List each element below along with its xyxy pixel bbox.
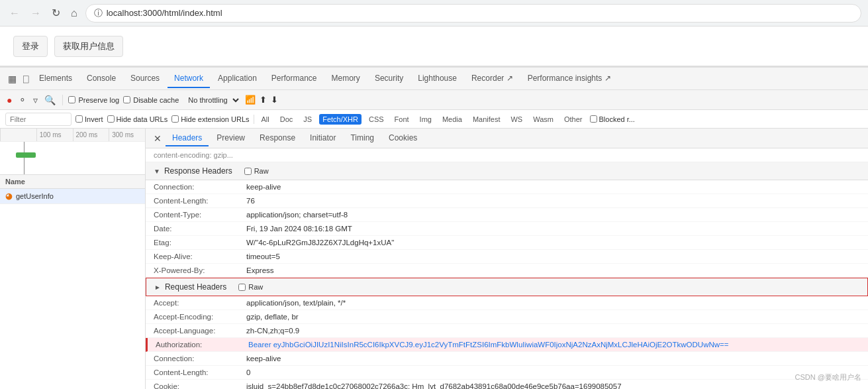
get-user-info-button[interactable]: 获取用户信息 bbox=[54, 36, 123, 57]
type-js[interactable]: JS bbox=[300, 114, 315, 125]
type-all[interactable]: All bbox=[258, 114, 273, 125]
request-item-getuserinfo[interactable]: ◕ getUserInfo bbox=[0, 189, 145, 204]
response-headers-section[interactable]: ▼ Response Headers Raw bbox=[146, 162, 868, 180]
browser-bar: ← → ↻ ⌂ ⓘ localhost:3000/html/index.html bbox=[0, 0, 868, 27]
close-detail-button[interactable]: ✕ bbox=[151, 131, 164, 146]
header-name-authorization-req: Authorization: bbox=[156, 341, 248, 349]
header-value-date-res: Fri, 19 Jan 2024 08:16:18 GMT bbox=[246, 225, 860, 233]
devtools-icon-device[interactable]: ⎕ bbox=[21, 71, 31, 87]
type-media[interactable]: Media bbox=[439, 114, 465, 125]
devtools-panel: ▦ ⎕ Elements Console Sources Network App… bbox=[0, 66, 868, 389]
upload-icon: ⬆ bbox=[260, 95, 267, 105]
filter-input[interactable] bbox=[5, 113, 72, 126]
devtools-icon-inspect[interactable]: ▦ bbox=[5, 71, 19, 87]
type-fetch-xhr[interactable]: Fetch/XHR bbox=[319, 114, 362, 125]
detail-tab-headers[interactable]: Headers bbox=[166, 131, 209, 146]
header-value-content-length-res: 76 bbox=[246, 197, 860, 205]
header-row-content-type-res: Content-Type: application/json; charset=… bbox=[146, 208, 868, 222]
detail-tab-cookies[interactable]: Cookies bbox=[382, 131, 424, 146]
search-button[interactable]: 🔍 bbox=[43, 93, 57, 107]
request-raw-label: Raw bbox=[248, 283, 263, 291]
tab-console[interactable]: Console bbox=[80, 70, 122, 88]
header-row-content-length-req: Content-Length: 0 bbox=[146, 366, 868, 380]
tab-lighthouse[interactable]: Lighthouse bbox=[411, 70, 463, 88]
hide-data-urls-input[interactable] bbox=[107, 115, 115, 123]
hide-extension-urls-input[interactable] bbox=[171, 115, 179, 123]
tab-performance[interactable]: Performance bbox=[265, 70, 324, 88]
detail-tab-preview[interactable]: Preview bbox=[210, 131, 252, 146]
network-toolbar: ● ⚬ ▿ 🔍 Preserve log Disable cache No th… bbox=[0, 90, 868, 110]
ruler-mark-1: 100 ms bbox=[36, 129, 73, 141]
header-name-content-length-req: Content-Length: bbox=[154, 368, 246, 376]
timeline-cursor bbox=[24, 142, 24, 175]
blocked-checkbox[interactable]: Blocked r... bbox=[590, 115, 635, 123]
invert-input[interactable] bbox=[75, 115, 83, 123]
header-name-connection-res: Connection: bbox=[154, 183, 246, 191]
request-raw-checkbox[interactable]: Raw bbox=[238, 283, 263, 291]
tab-perf-insights[interactable]: Performance insights ↗ bbox=[521, 70, 618, 88]
type-font[interactable]: Font bbox=[391, 114, 412, 125]
hide-data-urls-checkbox[interactable]: Hide data URLs bbox=[107, 115, 168, 123]
header-value-content-length-req: 0 bbox=[246, 368, 860, 376]
address-bar[interactable]: ⓘ localhost:3000/html/index.html bbox=[85, 4, 861, 23]
preserve-log-input[interactable] bbox=[68, 96, 75, 103]
throttle-select[interactable]: No throttling bbox=[183, 94, 241, 106]
header-name-accept-language-req: Accept-Language: bbox=[154, 327, 246, 335]
response-headers-toggle: ▼ bbox=[154, 168, 160, 175]
clear-button[interactable]: ⚬ bbox=[17, 93, 28, 107]
detail-tab-bar: ✕ Headers Preview Response Initiator Tim… bbox=[146, 129, 868, 148]
continuation-text: content-encoding: gzip... bbox=[146, 148, 868, 162]
tab-recorder[interactable]: Recorder ↗ bbox=[465, 70, 520, 88]
request-headers-toggle: ► bbox=[154, 284, 161, 291]
detail-tab-initiator[interactable]: Initiator bbox=[303, 131, 342, 146]
ruler-mark-0 bbox=[0, 129, 36, 141]
devtools-tab-bar: ▦ ⎕ Elements Console Sources Network App… bbox=[0, 68, 868, 90]
separator-1 bbox=[62, 95, 63, 105]
disable-cache-checkbox[interactable]: Disable cache bbox=[123, 96, 179, 104]
forward-button[interactable]: → bbox=[28, 6, 44, 21]
watermark: CSDN @要啥用户名 bbox=[795, 372, 861, 382]
type-ws[interactable]: WS bbox=[507, 114, 526, 125]
preserve-log-checkbox[interactable]: Preserve log bbox=[68, 96, 119, 104]
request-headers-section[interactable]: ► Request Headers Raw bbox=[146, 278, 868, 296]
header-name-etag-res: Etag: bbox=[154, 239, 246, 247]
request-raw-input[interactable] bbox=[238, 284, 246, 291]
main-area: 100 ms 200 ms 300 ms Name ◕ getUserInfo bbox=[0, 129, 868, 389]
header-value-etag-res: W/"4c-6pLuR2GmJ8J2Z6X7JLdgHq+1xUA" bbox=[246, 239, 860, 247]
tab-security[interactable]: Security bbox=[368, 70, 410, 88]
tab-sources[interactable]: Sources bbox=[124, 70, 166, 88]
hide-extension-urls-checkbox[interactable]: Hide extension URLs bbox=[171, 115, 249, 123]
blocked-input[interactable] bbox=[590, 115, 597, 123]
header-name-xpoweredby-res: X-Powered-By: bbox=[154, 266, 246, 274]
disable-cache-input[interactable] bbox=[123, 96, 130, 103]
type-other[interactable]: Other bbox=[561, 114, 586, 125]
disable-cache-label: Disable cache bbox=[133, 96, 179, 104]
tab-network[interactable]: Network bbox=[168, 70, 210, 88]
request-list: 100 ms 200 ms 300 ms Name ◕ getUserInfo bbox=[0, 129, 146, 389]
tab-memory[interactable]: Memory bbox=[325, 70, 367, 88]
record-button[interactable]: ● bbox=[5, 93, 13, 107]
download-icon: ⬇ bbox=[271, 95, 278, 105]
type-wasm[interactable]: Wasm bbox=[530, 114, 557, 125]
type-css[interactable]: CSS bbox=[365, 114, 387, 125]
home-button[interactable]: ⌂ bbox=[68, 6, 80, 21]
response-raw-checkbox[interactable]: Raw bbox=[244, 167, 269, 175]
type-manifest[interactable]: Manifest bbox=[469, 114, 504, 125]
xhr-icon: ◕ bbox=[5, 192, 12, 201]
filter-button[interactable]: ▿ bbox=[32, 93, 39, 107]
tab-elements[interactable]: Elements bbox=[32, 70, 79, 88]
timeline-body bbox=[0, 142, 145, 175]
invert-checkbox[interactable]: Invert bbox=[75, 115, 103, 123]
reload-button[interactable]: ↻ bbox=[49, 5, 63, 21]
type-doc[interactable]: Doc bbox=[277, 114, 297, 125]
back-button[interactable]: ← bbox=[7, 6, 23, 21]
header-row-content-length-res: Content-Length: 76 bbox=[146, 194, 868, 208]
headers-content: content-encoding: gzip... ▼ Response Hea… bbox=[146, 148, 868, 389]
tab-application[interactable]: Application bbox=[211, 70, 264, 88]
response-raw-input[interactable] bbox=[244, 168, 252, 175]
response-raw-label: Raw bbox=[254, 167, 269, 175]
detail-tab-timing[interactable]: Timing bbox=[344, 131, 381, 146]
type-img[interactable]: Img bbox=[416, 114, 435, 125]
detail-tab-response[interactable]: Response bbox=[253, 131, 302, 146]
login-button[interactable]: 登录 bbox=[13, 36, 48, 57]
